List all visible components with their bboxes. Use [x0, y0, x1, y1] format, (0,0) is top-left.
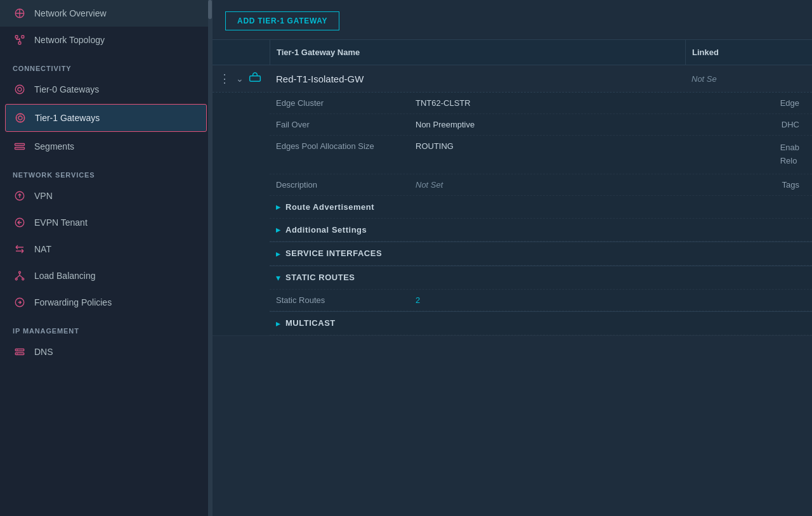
row-actions: ⋮ ⌄	[213, 72, 270, 86]
additional-settings-label: Additional Settings	[285, 225, 367, 235]
svg-rect-17	[15, 353, 24, 355]
svg-point-13	[15, 278, 17, 280]
static-routes-count-value: 2	[416, 295, 806, 305]
gateway-row-header: ⋮ ⌄ Red-T1-Isolated-GW Not Se	[213, 65, 812, 92]
network-services-section-label: Network Services	[0, 160, 212, 183]
chevron-right-icon: ▸	[276, 202, 280, 212]
scrollbar[interactable]	[208, 0, 212, 516]
nat-icon	[13, 242, 27, 256]
detail-value-description: Not Set	[416, 180, 782, 190]
detail-extra-edges-pool: EnabRelo	[780, 141, 806, 168]
svg-rect-20	[250, 76, 261, 81]
detail-extra-edge-cluster: Edge	[780, 98, 806, 108]
gateway-name: Red-T1-Isolated-GW	[270, 74, 685, 84]
network-overview-icon	[13, 6, 27, 20]
add-tier1-gateway-button[interactable]: ADD TIER-1 GATEWAY	[225, 11, 339, 30]
th-linked: Linked	[685, 40, 812, 65]
segments-icon	[13, 139, 27, 153]
chevron-right-icon-3: ▸	[276, 248, 280, 259]
static-routes-section[interactable]: ▾ STATIC ROUTES	[270, 266, 812, 290]
svg-point-4	[15, 85, 24, 94]
detail-extra-description: Tags	[782, 180, 806, 190]
detail-label-fail-over: Fail Over	[276, 120, 416, 129]
chevron-right-icon-2: ▸	[276, 225, 280, 235]
svg-rect-2	[22, 35, 24, 38]
dns-icon	[13, 345, 27, 359]
detail-label-edges-pool: Edges Pool Allocation Size	[276, 141, 416, 151]
svg-rect-1	[15, 35, 18, 38]
gateway-linked: Not Se	[685, 74, 812, 84]
svg-rect-3	[18, 42, 21, 44]
sidebar-item-segments[interactable]: Segments	[0, 133, 212, 160]
detail-extra-fail-over: DHC	[782, 120, 806, 129]
sidebar-item-network-overview[interactable]: Network Overview	[0, 0, 212, 27]
svg-point-5	[18, 87, 22, 91]
static-routes-count-label: Static Routes	[276, 295, 416, 305]
sidebar: Network Overview Network Topology Connec…	[0, 0, 213, 516]
tier1-icon	[13, 111, 27, 125]
sidebar-item-network-topology[interactable]: Network Topology	[0, 27, 212, 53]
detail-row-edge-cluster: Edge Cluster TNT62-CLSTR Edge	[270, 93, 812, 114]
chevron-right-icon-4: ▸	[276, 318, 280, 328]
sidebar-item-load-balancing[interactable]: Load Balancing	[0, 262, 212, 289]
connectivity-section-label: Connectivity	[0, 53, 212, 76]
svg-point-7	[18, 116, 22, 120]
multicast-label: MULTICAST	[285, 318, 336, 328]
service-interfaces-label: SERVICE INTERFACES	[285, 248, 382, 258]
th-gateway-name: Tier-1 Gateway Name	[270, 40, 685, 65]
svg-rect-8	[15, 144, 25, 146]
gateway-table: Tier-1 Gateway Name Linked ⋮ ⌄ Red-T1-Is…	[213, 39, 812, 516]
svg-point-18	[17, 349, 18, 351]
th-actions	[213, 40, 270, 65]
toolbar: ADD TIER-1 GATEWAY	[213, 0, 812, 39]
additional-settings-section[interactable]: ▸ Additional Settings	[270, 219, 812, 242]
ip-management-section-label: IP Management	[0, 316, 212, 339]
detail-row-description: Description Not Set Tags	[270, 174, 812, 196]
detail-row-fail-over: Fail Over Non Preemptive DHC	[270, 114, 812, 136]
vpn-icon	[13, 189, 27, 203]
sidebar-item-evpn-tenant[interactable]: EVPN Tenant	[0, 209, 212, 236]
row-gateway-icon	[249, 72, 261, 85]
forwarding-icon	[13, 295, 27, 309]
detail-row-edges-pool: Edges Pool Allocation Size ROUTING EnabR…	[270, 136, 812, 174]
row-expand-button[interactable]: ⌄	[236, 74, 244, 84]
detail-label-description: Description	[276, 180, 416, 190]
svg-point-14	[22, 278, 24, 280]
table-header: Tier-1 Gateway Name Linked	[213, 40, 812, 65]
main-content: ADD TIER-1 GATEWAY Tier-1 Gateway Name L…	[213, 0, 812, 516]
evpn-icon	[13, 216, 27, 229]
static-routes-label: STATIC ROUTES	[285, 273, 355, 282]
svg-rect-9	[15, 148, 25, 150]
sidebar-item-nat[interactable]: NAT	[0, 236, 212, 262]
detail-value-edge-cluster: TNT62-CLSTR	[416, 98, 780, 108]
sidebar-item-vpn[interactable]: VPN	[0, 183, 212, 209]
svg-point-19	[17, 353, 18, 354]
detail-value-fail-over: Non Preemptive	[416, 120, 782, 129]
tier0-icon	[13, 82, 27, 96]
svg-point-6	[16, 113, 25, 122]
svg-rect-16	[15, 349, 24, 351]
detail-label-edge-cluster: Edge Cluster	[276, 98, 416, 108]
route-advertisement-section[interactable]: ▸ Route Advertisement	[270, 196, 812, 219]
sidebar-item-dns[interactable]: DNS	[0, 339, 212, 365]
network-topology-icon	[13, 33, 27, 47]
chevron-down-icon: ▾	[276, 273, 280, 283]
detail-value-edges-pool: ROUTING	[416, 141, 780, 151]
sidebar-item-tier0-gateways[interactable]: Tier-0 Gateways	[0, 76, 212, 103]
route-advertisement-label: Route Advertisement	[285, 202, 374, 212]
static-routes-count-row: Static Routes 2	[270, 290, 812, 311]
service-interfaces-section[interactable]: ▸ SERVICE INTERFACES	[270, 242, 812, 266]
row-menu-button[interactable]: ⋮	[219, 72, 231, 86]
load-balancing-icon	[13, 269, 27, 283]
gateway-row: ⋮ ⌄ Red-T1-Isolated-GW Not Se	[213, 65, 812, 336]
gateway-details: Edge Cluster TNT62-CLSTR Edge Fail Over …	[213, 92, 812, 335]
sidebar-item-tier1-gateways[interactable]: Tier-1 Gateways	[5, 104, 207, 132]
svg-point-12	[19, 271, 21, 273]
sidebar-item-forwarding-policies[interactable]: Forwarding Policies	[0, 289, 212, 316]
multicast-section[interactable]: ▸ MULTICAST	[270, 312, 812, 335]
